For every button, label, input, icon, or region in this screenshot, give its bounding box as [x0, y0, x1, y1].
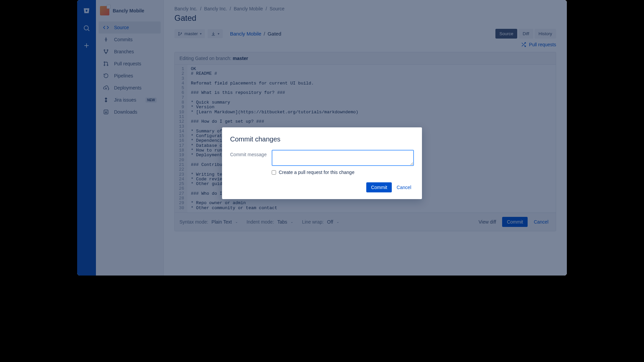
modal-title: Commit changes — [230, 135, 414, 143]
modal-commit-button[interactable]: Commit — [366, 182, 392, 192]
create-pr-checkbox[interactable] — [272, 170, 276, 175]
commit-message-label: Commit message — [230, 150, 267, 157]
commit-message-input[interactable] — [272, 150, 414, 166]
commit-changes-modal: Commit changes Commit message Create a p… — [222, 127, 422, 199]
create-pr-label: Create a pull request for this change — [279, 170, 355, 175]
modal-overlay[interactable]: Commit changes Commit message Create a p… — [77, 0, 567, 276]
modal-cancel-button[interactable]: Cancel — [394, 182, 414, 192]
